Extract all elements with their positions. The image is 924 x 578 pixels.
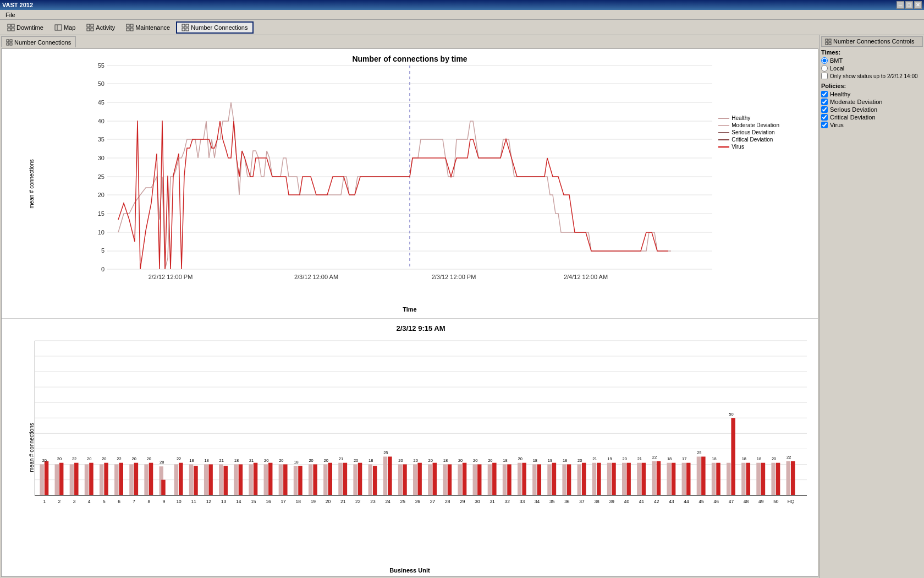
svg-text:47: 47 [729, 499, 734, 504]
svg-rect-232 [626, 463, 630, 495]
svg-rect-136 [268, 463, 272, 495]
svg-rect-256 [716, 463, 720, 495]
tab-label: Number Connections [14, 39, 71, 46]
svg-rect-19 [10, 40, 12, 42]
legend-virus-line [718, 146, 729, 148]
healthy-policy-label: Healthy [830, 91, 850, 97]
svg-text:40: 40 [624, 499, 630, 504]
maximize-button[interactable]: □ [905, 1, 913, 9]
moderate-checkbox-item: Moderate Deviation [821, 99, 923, 105]
svg-rect-1 [12, 24, 14, 27]
panel-title: Number Connections Controls [833, 38, 914, 45]
menu-file[interactable]: File [2, 11, 19, 19]
svg-text:4: 4 [88, 499, 91, 504]
svg-text:18: 18 [742, 456, 746, 461]
svg-text:43: 43 [669, 499, 674, 504]
grid-icon [7, 24, 15, 31]
svg-text:20: 20 [578, 458, 582, 463]
svg-rect-128 [239, 465, 243, 495]
healthy-checkbox[interactable] [821, 91, 828, 97]
connections-icon [182, 24, 189, 31]
lower-chart-svg: 0 10 20 30 40 50 60 70 80 90 100 [35, 335, 807, 522]
svg-rect-6 [87, 24, 90, 27]
local-radio[interactable] [821, 65, 828, 72]
title-bar-buttons: ─ □ ✕ [897, 1, 922, 9]
policies-label: Policies: [821, 83, 923, 89]
virus-checkbox[interactable] [821, 122, 828, 128]
svg-rect-187 [458, 465, 461, 495]
toolbar-maintenance[interactable]: Maintenance [121, 21, 175, 34]
svg-rect-15 [186, 24, 189, 27]
svg-text:1: 1 [43, 499, 46, 504]
svg-rect-275 [787, 461, 790, 495]
tab-number-connections[interactable]: Number Connections [1, 36, 76, 47]
svg-rect-80 [59, 463, 63, 495]
svg-text:22: 22 [72, 456, 76, 461]
svg-rect-144 [298, 466, 302, 495]
svg-rect-195 [488, 465, 492, 495]
svg-rect-207 [532, 465, 536, 495]
svg-text:20: 20 [324, 458, 328, 463]
toolbar-activity[interactable]: Activity [81, 21, 120, 34]
svg-text:5: 5 [103, 499, 106, 504]
chart-legend: Healthy Moderate Deviation Serious Devia… [718, 115, 779, 151]
critical-checkbox[interactable] [821, 114, 828, 121]
svg-text:20: 20 [488, 458, 492, 463]
svg-text:20: 20 [473, 458, 477, 463]
menu-bar: File [0, 10, 924, 20]
svg-text:21: 21 [637, 456, 642, 461]
only-show-checkbox[interactable] [821, 73, 828, 79]
svg-text:21: 21 [340, 499, 346, 504]
svg-text:25: 25 [383, 450, 388, 455]
svg-text:20: 20 [772, 456, 776, 461]
svg-text:33: 33 [520, 499, 525, 504]
svg-rect-140 [283, 465, 287, 495]
svg-rect-284 [829, 42, 831, 45]
svg-rect-139 [279, 465, 283, 495]
svg-rect-248 [686, 463, 690, 495]
svg-text:20: 20 [326, 499, 331, 504]
svg-text:26: 26 [415, 499, 421, 504]
svg-text:2/3/12 12:00 AM: 2/3/12 12:00 AM [294, 274, 338, 280]
toolbar-downtime[interactable]: Downtime [2, 21, 48, 34]
svg-text:18: 18 [189, 458, 194, 463]
svg-rect-151 [323, 465, 327, 495]
moderate-checkbox[interactable] [821, 99, 828, 105]
bmt-radio[interactable] [821, 57, 828, 64]
svg-rect-167 [383, 456, 387, 495]
svg-text:50: 50 [773, 499, 779, 504]
svg-rect-272 [776, 463, 780, 495]
svg-rect-12 [127, 28, 129, 31]
svg-rect-164 [373, 466, 377, 495]
svg-rect-135 [264, 465, 268, 495]
svg-rect-260 [731, 418, 735, 495]
svg-rect-8 [87, 28, 90, 31]
upper-chart-svg: 0 5 10 15 20 25 30 35 40 45 50 55 [35, 66, 785, 280]
close-button[interactable]: ✕ [914, 1, 922, 9]
svg-rect-196 [492, 463, 496, 495]
svg-text:30: 30 [475, 499, 480, 504]
svg-text:24: 24 [385, 499, 391, 504]
svg-rect-91 [100, 465, 103, 495]
svg-text:20: 20 [87, 456, 91, 461]
svg-text:13: 13 [221, 499, 227, 504]
svg-rect-17 [186, 28, 189, 31]
svg-text:15: 15 [98, 210, 105, 217]
svg-text:29: 29 [460, 499, 465, 504]
svg-text:41: 41 [639, 499, 645, 504]
svg-text:32: 32 [505, 499, 510, 504]
svg-text:2/3/12 12:00 PM: 2/3/12 12:00 PM [432, 274, 476, 280]
minimize-button[interactable]: ─ [897, 1, 904, 9]
svg-rect-14 [182, 24, 185, 27]
serious-checkbox[interactable] [821, 106, 828, 113]
svg-rect-155 [338, 463, 342, 495]
svg-rect-2 [8, 28, 10, 31]
toolbar-number-connections[interactable]: Number Connections [176, 21, 253, 34]
legend-serious-line [718, 132, 729, 133]
svg-text:20: 20 [354, 458, 358, 463]
toolbar-map[interactable]: Map [50, 21, 80, 34]
svg-text:20: 20 [42, 458, 47, 463]
svg-rect-156 [343, 463, 347, 495]
svg-rect-268 [761, 463, 765, 495]
lower-chart-xlabel: Business Unit [389, 567, 430, 574]
